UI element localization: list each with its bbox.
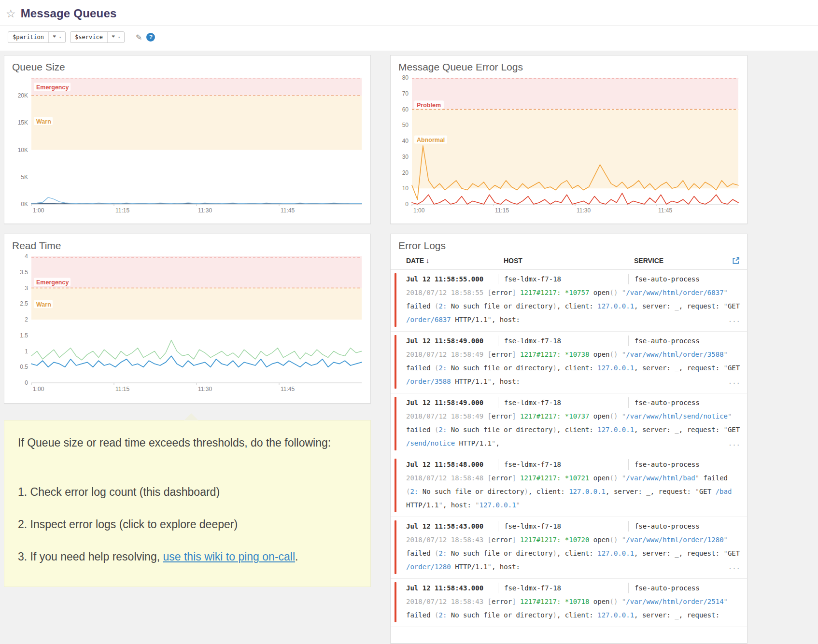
svg-text:3: 3 — [25, 285, 28, 292]
dashboard-grid: Queue Size 0K5K10K15K20K1:0011:1511:3011… — [0, 51, 818, 644]
panel-read-time: Read Time 00.511.522.533.541:0011:1511:3… — [4, 234, 371, 404]
log-date: Jul 12 11:58:43.000 — [406, 583, 498, 593]
log-service: fse-auto-process — [628, 397, 700, 408]
column-header-service: SERVICE — [628, 257, 732, 265]
edit-pencil-icon[interactable]: ✎ — [136, 33, 142, 42]
svg-text:11:45: 11:45 — [658, 207, 672, 214]
log-message: 2018/07/12 18:58:49 [error] 1217#1217: *… — [406, 348, 740, 388]
svg-text:10: 10 — [402, 185, 409, 192]
read-time-chart[interactable]: 00.511.522.533.541:0011:1511:3011:45Emer… — [7, 252, 367, 395]
svg-text:40: 40 — [402, 138, 409, 144]
log-entry-header: Jul 12 11:58:49.000fse-ldmx-f7-18fse-aut… — [406, 397, 740, 408]
svg-text:Emergency: Emergency — [36, 279, 69, 286]
log-host: fse-ldmx-f7-18 — [498, 521, 628, 532]
dashboard-header: ☆ Message Queues — [0, 0, 818, 26]
truncation-ellipsis: ... — [723, 560, 740, 574]
svg-text:0: 0 — [25, 379, 28, 386]
svg-text:3.5: 3.5 — [20, 269, 28, 276]
log-entry[interactable]: Jul 12 11:58:43.000fse-ldmx-f7-18fse-aut… — [391, 579, 747, 627]
error-status-bar — [395, 582, 396, 622]
variable-name: $service — [71, 32, 107, 42]
svg-text:1.5: 1.5 — [20, 332, 28, 339]
queue-size-chart[interactable]: 0K5K10K15K20K1:0011:1511:3011:45Emergenc… — [7, 74, 367, 217]
log-column-headers: DATE ↓ HOST SERVICE — [391, 252, 747, 270]
error-logs-title: Error Logs — [391, 234, 747, 252]
note-list-item: 2. Inspect error logs (click to explore … — [18, 518, 354, 531]
wiki-oncall-link[interactable]: use this wiki to ping on-call — [163, 550, 295, 563]
log-entries: Jul 12 11:58:55.000fse-ldmx-f7-18fse-aut… — [391, 270, 747, 627]
svg-text:11:30: 11:30 — [198, 207, 212, 214]
svg-text:Emergency: Emergency — [36, 84, 69, 91]
error-status-bar — [395, 397, 396, 450]
message-queue-error-logs-chart[interactable]: 010203040506070801:0011:1511:3011:45Prob… — [394, 74, 744, 217]
log-entry-header: Jul 12 11:58:55.000fse-ldmx-f7-18fse-aut… — [406, 274, 740, 284]
svg-text:20: 20 — [402, 169, 409, 176]
read-time-title: Read Time — [4, 234, 370, 252]
log-entry[interactable]: Jul 12 11:58:49.000fse-ldmx-f7-18fse-aut… — [391, 393, 747, 455]
log-date: Jul 12 11:58:49.000 — [406, 336, 498, 346]
log-entry-header: Jul 12 11:58:43.000fse-ldmx-f7-18fse-aut… — [406, 521, 740, 532]
svg-text:11:45: 11:45 — [281, 386, 295, 392]
error-status-bar — [395, 459, 396, 512]
variable-value-dropdown[interactable]: *▾ — [107, 32, 124, 42]
svg-text:Abnormal: Abnormal — [417, 137, 445, 143]
chevron-down-icon: ▾ — [59, 35, 61, 40]
log-host: fse-ldmx-f7-18 — [498, 397, 628, 408]
note-caret — [184, 413, 198, 420]
column-header-date[interactable]: DATE ↓ — [406, 257, 498, 265]
svg-text:0: 0 — [405, 201, 409, 208]
svg-text:1: 1 — [25, 348, 28, 355]
template-variable-parition[interactable]: $parition*▾ — [8, 31, 66, 43]
log-host: fse-ldmx-f7-18 — [498, 583, 628, 593]
log-entry[interactable]: Jul 12 11:58:49.000fse-ldmx-f7-18fse-aut… — [391, 332, 747, 393]
panel-error-logs: Error Logs DATE ↓ HOST SERVICE Jul 12 11… — [390, 234, 747, 644]
svg-text:2: 2 — [25, 316, 28, 323]
log-message: 2018/07/12 18:58:49 [error] 1217#1217: *… — [406, 409, 740, 450]
svg-text:10K: 10K — [18, 147, 28, 154]
truncation-ellipsis: ... — [723, 436, 740, 450]
svg-text:11:30: 11:30 — [198, 386, 212, 392]
chevron-down-icon: ▾ — [118, 35, 120, 40]
error-status-bar — [395, 335, 396, 389]
panel-queue-size: Queue Size 0K5K10K15K20K1:0011:1511:3011… — [4, 55, 371, 224]
note-list-item: 1. Check error log count (this dashboard… — [18, 486, 354, 499]
svg-text:11:45: 11:45 — [281, 207, 295, 214]
note-intro: If Queue size or read time exceeds thres… — [18, 435, 354, 451]
log-message: 2018/07/12 18:58:48 [error] 1217#1217: *… — [406, 471, 740, 512]
log-date: Jul 12 11:58:49.000 — [406, 397, 498, 408]
svg-text:15K: 15K — [18, 119, 28, 126]
page-title: Message Queues — [21, 7, 117, 20]
svg-text:11:15: 11:15 — [495, 207, 509, 214]
svg-text:2.5: 2.5 — [20, 300, 28, 307]
log-entry[interactable]: Jul 12 11:58:55.000fse-ldmx-f7-18fse-aut… — [391, 270, 747, 332]
svg-text:11:30: 11:30 — [577, 207, 591, 214]
error-status-bar — [395, 520, 396, 574]
variable-name: $parition — [8, 32, 48, 42]
svg-text:1:00: 1:00 — [413, 207, 425, 214]
error-status-bar — [395, 273, 396, 327]
svg-text:4: 4 — [25, 253, 28, 260]
variable-value: * — [112, 34, 115, 41]
error-logs-chart-title: Message Queue Error Logs — [391, 56, 747, 74]
svg-text:50: 50 — [402, 122, 409, 128]
star-icon[interactable]: ☆ — [6, 8, 16, 19]
log-entry[interactable]: Jul 12 11:58:48.000fse-ldmx-f7-18fse-aut… — [391, 455, 747, 517]
log-entry[interactable]: Jul 12 11:58:43.000fse-ldmx-f7-18fse-aut… — [391, 517, 747, 579]
svg-text:0K: 0K — [21, 201, 28, 208]
queue-size-title: Queue Size — [4, 56, 370, 74]
log-service: fse-auto-process — [628, 336, 700, 346]
svg-text:1:00: 1:00 — [33, 207, 44, 214]
variable-value-dropdown[interactable]: *▾ — [48, 32, 65, 42]
note-list-item: 3. If you need help resolving, use this … — [18, 550, 354, 563]
help-icon[interactable]: ? — [146, 33, 155, 42]
truncation-ellipsis: ... — [723, 313, 740, 326]
template-variable-service[interactable]: $service*▾ — [70, 31, 125, 43]
truncation-ellipsis: ... — [723, 375, 740, 388]
open-external-icon[interactable] — [732, 256, 740, 265]
log-host: fse-ldmx-f7-18 — [498, 274, 628, 284]
svg-text:5K: 5K — [21, 174, 28, 181]
svg-text:Problem: Problem — [417, 102, 441, 109]
svg-text:Warn: Warn — [36, 301, 51, 308]
log-service: fse-auto-process — [628, 521, 700, 532]
log-message: 2018/07/12 18:58:43 [error] 1217#1217: *… — [406, 533, 740, 574]
